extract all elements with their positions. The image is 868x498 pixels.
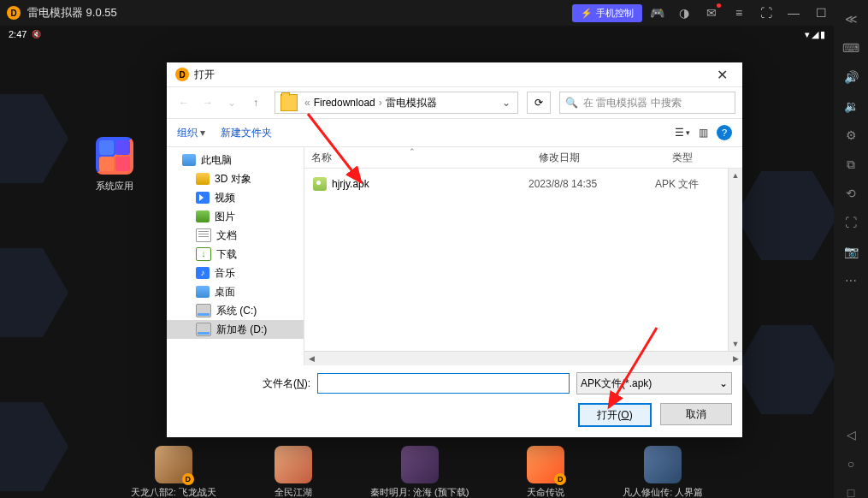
file-name: hjrjy.apk (332, 178, 522, 190)
search-icon: 🔍 (565, 97, 578, 109)
nav-forward-button[interactable]: → (198, 92, 218, 113)
view-mode-button[interactable]: ☰▾ (675, 127, 690, 139)
home-app-dock: D天龙八部2: 飞龙战天 全民江湖 秦时明月: 沧海 (预下载) D天命传说 凡… (0, 447, 834, 498)
system-apps-label: 系统应用 (96, 180, 133, 193)
menu-icon[interactable]: ≡ (726, 0, 752, 26)
signal-icon: ◢ (812, 29, 818, 40)
multi-instance-icon[interactable]: ⧉ (839, 152, 863, 176)
settings-icon[interactable]: ⚙ (839, 123, 863, 147)
tree-videos[interactable]: 视频 (167, 188, 304, 207)
breadcrumb-seg-1[interactable]: Firedownload (314, 97, 375, 109)
breadcrumb-seg-2[interactable]: 雷电模拟器 (386, 96, 437, 110)
dock-app-1[interactable]: D天龙八部2: 飞龙战天 (131, 446, 216, 498)
record-icon[interactable]: 📷 (839, 240, 863, 264)
file-row[interactable]: hjrjy.apk 2023/8/8 14:35 APK 文件 (304, 174, 742, 194)
cancel-button[interactable]: 取消 (660, 403, 732, 425)
home-nav-icon[interactable]: ○ (839, 452, 863, 476)
folder-icon (280, 94, 298, 111)
dock-app-4[interactable]: D天命传说 (527, 446, 564, 498)
vertical-scrollbar[interactable]: ▲ ▼ (728, 169, 742, 351)
column-header-date[interactable]: 修改日期 (532, 151, 665, 165)
file-type-filter[interactable]: APK文件(*.apk)⌄ (576, 372, 732, 394)
scroll-up-icon[interactable]: ▲ (729, 169, 742, 182)
volume-down-icon[interactable]: 🔉 (839, 94, 863, 118)
open-button[interactable]: 打开(O) (578, 403, 652, 427)
tree-3d-objects[interactable]: 3D 对象 (167, 169, 304, 188)
tree-desktop[interactable]: 桌面 (167, 282, 304, 301)
scroll-left-icon[interactable]: ◀ (304, 352, 318, 365)
recents-nav-icon[interactable]: □ (839, 481, 863, 498)
nav-up-button[interactable]: ↑ (245, 92, 266, 113)
tree-this-pc[interactable]: 此电脑 (167, 151, 304, 169)
tree-drive-c[interactable]: 系统 (C:) (167, 301, 304, 320)
minimize-button[interactable]: — (781, 0, 806, 26)
app-titlebar: D 雷电模拟器 9.0.55 ⚡手机控制 🎮 ◑ ✉ ≡ ⛶ — ☐ ✕ (0, 0, 868, 26)
dialog-footer: 文件名(N): APK文件(*.apk)⌄ 打开(O) 取消 (167, 365, 742, 437)
column-header-type[interactable]: 类型 (665, 151, 742, 165)
keyboard-icon[interactable]: ⌨ (839, 36, 863, 60)
nav-back-button[interactable]: ← (174, 92, 194, 113)
battery-icon: ▮ (820, 29, 825, 40)
breadcrumb-dropdown-icon[interactable]: ⌄ (497, 97, 516, 109)
account-icon[interactable]: ◑ (671, 0, 697, 26)
filename-label: 文件名(N): (263, 376, 310, 391)
mail-icon[interactable]: ✉ (699, 0, 724, 26)
filename-input[interactable] (317, 373, 570, 394)
file-list[interactable]: hjrjy.apk 2023/8/8 14:35 APK 文件 ▲ ▼ (304, 169, 742, 351)
horizontal-scrollbar[interactable]: ◀ ▶ (304, 351, 742, 365)
refresh-button[interactable]: ⟳ (527, 92, 551, 114)
dialog-title: 打开 (194, 68, 215, 82)
address-breadcrumb[interactable]: « Firedownload › 雷电模拟器 ⌄ (275, 92, 518, 114)
apk-file-icon (313, 177, 327, 191)
dialog-logo-icon: D (175, 68, 189, 81)
new-folder-button[interactable]: 新建文件夹 (221, 126, 272, 140)
scroll-right-icon[interactable]: ▶ (729, 352, 742, 365)
collapse-icon[interactable]: ≪ (839, 7, 863, 31)
chevron-down-icon: ⌄ (719, 377, 728, 389)
dock-app-2[interactable]: 全民江湖 (275, 446, 312, 498)
back-nav-icon[interactable]: ◁ (839, 423, 863, 447)
file-date: 2023/8/8 14:35 (522, 178, 648, 190)
android-statusbar: 2:47 🔇 ▾ ◢ ▮ (0, 26, 834, 43)
tree-documents[interactable]: 文档 (167, 226, 304, 245)
app-title: 雷电模拟器 9.0.55 (27, 5, 117, 21)
dock-app-3[interactable]: 秦时明月: 沧海 (预下载) (370, 446, 469, 498)
volume-up-icon[interactable]: 🔊 (839, 65, 863, 89)
tree-drive-d[interactable]: 新加卷 (D:) (167, 320, 304, 339)
wifi-icon: ▾ (805, 29, 810, 40)
app-logo-icon: D (7, 6, 21, 20)
system-apps-shortcut[interactable]: 系统应用 (96, 137, 133, 193)
scroll-down-icon[interactable]: ▼ (729, 337, 742, 351)
more-icon[interactable]: ⋯ (839, 269, 863, 293)
dialog-nav-bar: ← → ⌄ ↑ « Firedownload › 雷电模拟器 ⌄ ⟳ 🔍 在 雷… (167, 86, 742, 119)
nav-recent-dropdown[interactable]: ⌄ (221, 92, 242, 113)
column-header-name[interactable]: 名称 (304, 151, 532, 165)
chevron-right-icon: « (304, 97, 310, 109)
file-open-dialog: D 打开 ✕ ← → ⌄ ↑ « Firedownload › 雷电模拟器 ⌄ … (167, 62, 742, 437)
sort-indicator-icon: ⌃ (409, 147, 416, 156)
chevron-right-icon: › (379, 97, 382, 109)
file-type: APK 文件 (648, 177, 699, 192)
phone-control-button[interactable]: ⚡手机控制 (572, 4, 642, 22)
tree-downloads[interactable]: 下载 (167, 245, 304, 264)
dialog-toolbar: 组织 ▾ 新建文件夹 ☰▾ ▥ ? (167, 119, 742, 147)
dock-app-5[interactable]: 凡人修仙传: 人界篇 (623, 446, 703, 498)
search-input[interactable]: 🔍 在 雷电模拟器 中搜索 (559, 92, 735, 114)
clock: 2:47 (9, 29, 27, 39)
maximize-button[interactable]: ☐ (808, 0, 834, 26)
preview-pane-button[interactable]: ▥ (699, 127, 708, 139)
tree-pictures[interactable]: 图片 (167, 207, 304, 226)
fullscreen-icon[interactable]: ⛶ (753, 0, 779, 26)
side-toolbar: ≪ ⌨ 🔊 🔉 ⚙ ⧉ ⟲ ⛶ 📷 ⋯ ◁ ○ □ (834, 0, 868, 498)
dialog-close-button[interactable]: ✕ (710, 62, 734, 86)
tree-music[interactable]: ♪音乐 (167, 264, 304, 282)
screenshot-icon[interactable]: ⛶ (839, 210, 863, 234)
mute-icon: 🔇 (32, 30, 41, 39)
help-button[interactable]: ? (717, 125, 732, 140)
column-headers: ⌃ 名称 修改日期 类型 (304, 147, 742, 169)
dialog-titlebar: D 打开 ✕ (167, 62, 742, 86)
organize-menu[interactable]: 组织 ▾ (177, 126, 205, 140)
sync-icon[interactable]: ⟲ (839, 181, 863, 205)
file-list-pane: ⌃ 名称 修改日期 类型 hjrjy.apk 2023/8/8 14:35 AP… (304, 147, 742, 365)
gamepad-icon[interactable]: 🎮 (644, 0, 670, 26)
